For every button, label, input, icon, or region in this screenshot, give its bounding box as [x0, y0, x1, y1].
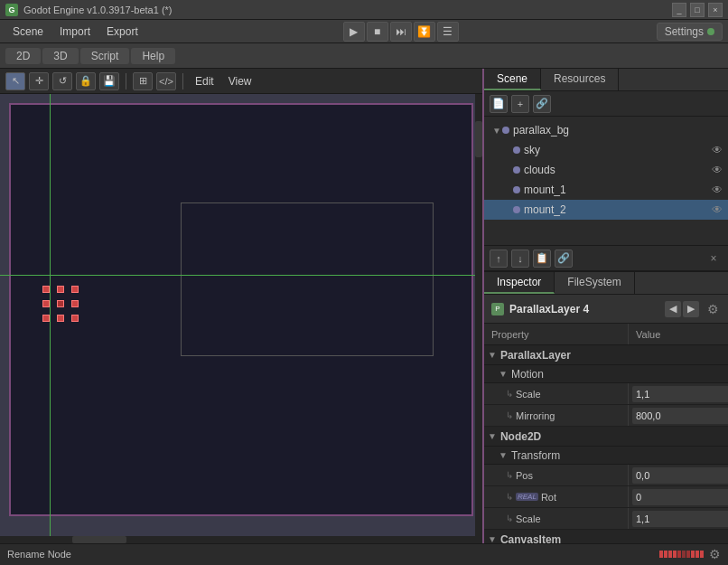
toolbar-separator-2 [182, 73, 183, 89]
subsection-arrow-transform: ▼ [499, 450, 508, 460]
inspector-next-button[interactable]: ▶ [683, 301, 699, 317]
menu-export[interactable]: Export [99, 24, 145, 40]
viewport-canvas[interactable] [0, 94, 482, 543]
tab-filesystem[interactable]: FileSystem [555, 272, 634, 294]
minimize-button[interactable]: _ [672, 3, 686, 17]
lock-tool[interactable]: 🔒 [76, 72, 96, 90]
instance-button[interactable]: 🔗 [555, 250, 573, 268]
step-button[interactable]: ⏭ [390, 22, 412, 42]
prop-row-rot: ↳ REAL Rot ▲ ▼ [484, 486, 728, 508]
tree-arrow-mount1[interactable]: ▶ [502, 184, 513, 195]
tab-3d[interactable]: 3D [42, 48, 78, 64]
prop-name-pos: ↳ Pos [484, 465, 629, 485]
prop-row-mirroring: ↳ Mirroring ▼ [484, 405, 728, 427]
duplicate-button[interactable]: 📋 [533, 250, 551, 268]
tree-item-sky[interactable]: ▶ sky 👁 [484, 140, 728, 160]
tree-arrow-clouds[interactable]: ▶ [502, 165, 513, 175]
inspector-col-headers: Property Value [484, 324, 728, 345]
prop-name-scale-parallax: ↳ Scale [484, 383, 629, 404]
eye-icon-sky[interactable]: 👁 [710, 143, 724, 157]
tab-help[interactable]: Help [131, 48, 175, 64]
node-dot-mount2 [513, 206, 520, 213]
new-scene-button[interactable]: 📄 [490, 95, 508, 113]
prop-input-mirroring[interactable] [632, 408, 728, 424]
tab-scene-label[interactable]: Scene [484, 69, 541, 90]
move-tool[interactable]: ✛ [29, 72, 49, 90]
tree-item-mount2[interactable]: ▶ mount_2 👁 [484, 200, 728, 220]
inspector-prev-button[interactable]: ◀ [665, 301, 681, 317]
app-icon: G [5, 4, 18, 16]
handle-tc[interactable] [57, 286, 64, 293]
stop-button[interactable]: ■ [367, 22, 388, 42]
code-tool[interactable]: </> [156, 72, 176, 90]
status-bar: Rename Node ⚙ [0, 543, 728, 563]
prop-input-scale-parallax[interactable] [632, 386, 728, 402]
scene-inner-rect [181, 202, 434, 356]
tree-arrow-mount2[interactable]: ▶ [502, 204, 513, 215]
tab-2d[interactable]: 2D [5, 48, 41, 64]
handle-tl[interactable] [42, 286, 50, 293]
prop-real-badge-rot: REAL [516, 493, 538, 501]
tree-item-clouds[interactable]: ▶ clouds 👁 [484, 160, 728, 180]
section-label-canvasitem: CanvasItem [500, 533, 561, 544]
save-scene-btn[interactable]: 💾 [99, 72, 119, 90]
tree-label-mount2: mount_2 [524, 203, 710, 216]
pause-button[interactable]: ⏬ [414, 22, 435, 42]
section-label-parallaxlayer: ParallaxLayer [500, 349, 571, 362]
rotate-tool[interactable]: ↺ [52, 72, 72, 90]
move-up-button[interactable]: ↑ [490, 250, 508, 268]
tree-item-parallax-bg[interactable]: ▼ parallax_bg [484, 120, 728, 140]
scene-panel: Inspector Scene Resources 📄 + 🔗 ▼ parall… [484, 69, 728, 272]
node-dot-mount1 [513, 186, 520, 193]
tree-arrow-parallax-bg[interactable]: ▼ [491, 125, 502, 136]
section-parallaxlayer[interactable]: ▼ ParallaxLayer [484, 345, 728, 365]
handle-bl[interactable] [42, 315, 50, 322]
inspector-gear-button[interactable]: ⚙ [705, 301, 721, 317]
handle-mr[interactable] [71, 300, 79, 307]
play-button[interactable]: ▶ [343, 22, 365, 42]
close-button[interactable]: × [708, 3, 723, 17]
menu-import[interactable]: Import [52, 24, 98, 40]
prop-input-rot[interactable] [632, 489, 728, 505]
scene-tree: ▼ parallax_bg ▶ sky 👁 ▶ clouds [484, 117, 728, 245]
handle-ml[interactable] [42, 300, 50, 307]
edit-menu[interactable]: Edit [190, 74, 219, 89]
section-node2d[interactable]: ▼ Node2D [484, 427, 728, 447]
select-tool[interactable]: ↖ [5, 72, 25, 90]
viewport-scrollbar-vertical[interactable] [475, 94, 482, 536]
eye-icon-mount2[interactable]: 👁 [710, 202, 724, 217]
maximize-button[interactable]: □ [690, 3, 705, 17]
add-node-button[interactable]: + [511, 95, 529, 113]
link-tool[interactable]: ⊞ [133, 72, 153, 90]
link-node-button[interactable]: 🔗 [533, 95, 551, 113]
mode-tabs: 2D 3D Script Help [5, 48, 175, 64]
handle-bc[interactable] [57, 315, 64, 322]
inspector-tabs: Inspector FileSystem [484, 272, 728, 295]
section-canvasitem[interactable]: ▼ CanvasItem [484, 530, 728, 543]
view-menu[interactable]: View [223, 74, 257, 89]
settings-button[interactable]: Settings [657, 23, 723, 41]
prop-input-pos[interactable] [632, 467, 728, 484]
handle-br[interactable] [71, 315, 79, 322]
tree-arrow-sky[interactable]: ▶ [502, 145, 513, 155]
tab-script[interactable]: Script [80, 48, 130, 64]
eye-icon-clouds[interactable]: 👁 [710, 163, 724, 177]
subsection-transform[interactable]: ▼ Transform [484, 447, 728, 465]
tab-inspector[interactable]: Inspector [484, 272, 555, 294]
status-gear-icon[interactable]: ⚙ [709, 547, 721, 561]
tree-item-mount1[interactable]: ▶ mount_1 👁 [484, 180, 728, 200]
viewport-scrollbar-horizontal[interactable] [0, 536, 482, 543]
node-type-icon: P [491, 303, 504, 315]
delete-button[interactable]: × [705, 250, 723, 268]
handle-tr[interactable] [71, 286, 79, 293]
prop-input-scale-node2d[interactable] [632, 511, 728, 527]
progress-dot-2 [664, 551, 667, 558]
node-dot-clouds [513, 166, 520, 174]
prop-indent-icon-rot: ↳ [506, 492, 513, 502]
menu-scene[interactable]: Scene [5, 24, 51, 40]
move-down-button[interactable]: ↓ [511, 250, 529, 268]
subsection-motion[interactable]: ▼ Motion [484, 365, 728, 383]
tab-resources-label[interactable]: Resources [541, 69, 619, 90]
debug-button[interactable]: ☰ [437, 22, 459, 42]
eye-icon-mount1[interactable]: 👁 [710, 183, 724, 197]
